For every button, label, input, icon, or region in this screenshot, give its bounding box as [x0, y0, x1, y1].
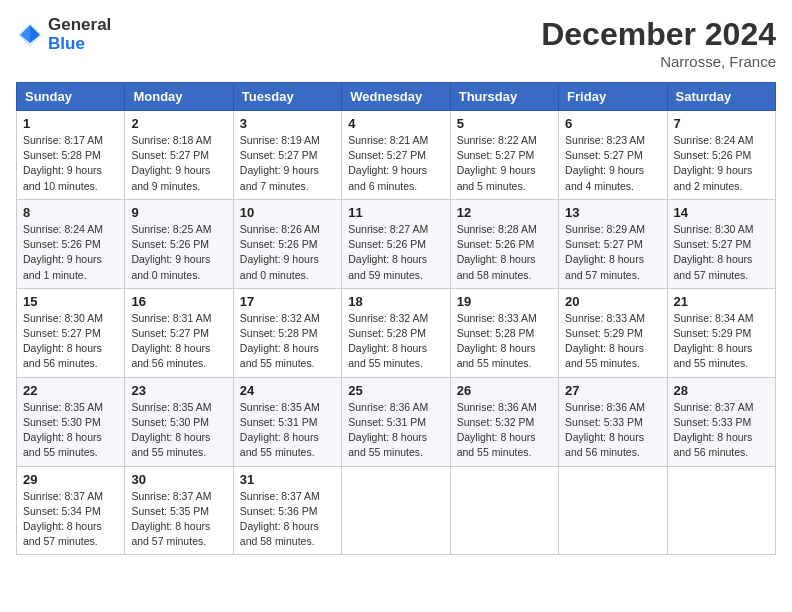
- day-detail: Sunrise: 8:36 AMSunset: 5:33 PMDaylight:…: [565, 401, 645, 459]
- calendar-day-cell: 21 Sunrise: 8:34 AMSunset: 5:29 PMDaylig…: [667, 288, 775, 377]
- calendar-day-cell: 13 Sunrise: 8:29 AMSunset: 5:27 PMDaylig…: [559, 199, 667, 288]
- day-number: 9: [131, 205, 226, 220]
- day-detail: Sunrise: 8:33 AMSunset: 5:29 PMDaylight:…: [565, 312, 645, 370]
- calendar-day-cell: 26 Sunrise: 8:36 AMSunset: 5:32 PMDaylig…: [450, 377, 558, 466]
- day-detail: Sunrise: 8:27 AMSunset: 5:26 PMDaylight:…: [348, 223, 428, 281]
- calendar-day-cell: 25 Sunrise: 8:36 AMSunset: 5:31 PMDaylig…: [342, 377, 450, 466]
- day-number: 29: [23, 472, 118, 487]
- day-detail: Sunrise: 8:36 AMSunset: 5:32 PMDaylight:…: [457, 401, 537, 459]
- day-detail: Sunrise: 8:35 AMSunset: 5:30 PMDaylight:…: [23, 401, 103, 459]
- calendar-day-cell: 16 Sunrise: 8:31 AMSunset: 5:27 PMDaylig…: [125, 288, 233, 377]
- logo-blue: Blue: [48, 35, 111, 54]
- day-detail: Sunrise: 8:21 AMSunset: 5:27 PMDaylight:…: [348, 134, 428, 192]
- day-detail: Sunrise: 8:30 AMSunset: 5:27 PMDaylight:…: [23, 312, 103, 370]
- calendar-day-cell: 5 Sunrise: 8:22 AMSunset: 5:27 PMDayligh…: [450, 111, 558, 200]
- weekday-header: Thursday: [450, 83, 558, 111]
- day-number: 8: [23, 205, 118, 220]
- day-number: 3: [240, 116, 335, 131]
- calendar-day-cell: 31 Sunrise: 8:37 AMSunset: 5:36 PMDaylig…: [233, 466, 341, 555]
- calendar-day-cell: 4 Sunrise: 8:21 AMSunset: 5:27 PMDayligh…: [342, 111, 450, 200]
- calendar-day-cell: 7 Sunrise: 8:24 AMSunset: 5:26 PMDayligh…: [667, 111, 775, 200]
- weekday-header: Sunday: [17, 83, 125, 111]
- weekday-header: Wednesday: [342, 83, 450, 111]
- day-number: 11: [348, 205, 443, 220]
- day-number: 31: [240, 472, 335, 487]
- calendar-day-cell: 12 Sunrise: 8:28 AMSunset: 5:26 PMDaylig…: [450, 199, 558, 288]
- day-number: 20: [565, 294, 660, 309]
- day-detail: Sunrise: 8:33 AMSunset: 5:28 PMDaylight:…: [457, 312, 537, 370]
- calendar-day-cell: 18 Sunrise: 8:32 AMSunset: 5:28 PMDaylig…: [342, 288, 450, 377]
- day-detail: Sunrise: 8:32 AMSunset: 5:28 PMDaylight:…: [240, 312, 320, 370]
- calendar-day-cell: 22 Sunrise: 8:35 AMSunset: 5:30 PMDaylig…: [17, 377, 125, 466]
- day-detail: Sunrise: 8:37 AMSunset: 5:34 PMDaylight:…: [23, 490, 103, 548]
- day-number: 1: [23, 116, 118, 131]
- calendar-week-row: 1 Sunrise: 8:17 AMSunset: 5:28 PMDayligh…: [17, 111, 776, 200]
- day-number: 16: [131, 294, 226, 309]
- month-title: December 2024: [541, 16, 776, 53]
- calendar-day-cell: 28 Sunrise: 8:37 AMSunset: 5:33 PMDaylig…: [667, 377, 775, 466]
- day-number: 22: [23, 383, 118, 398]
- day-number: 30: [131, 472, 226, 487]
- location-title: Narrosse, France: [541, 53, 776, 70]
- calendar-day-cell: 14 Sunrise: 8:30 AMSunset: 5:27 PMDaylig…: [667, 199, 775, 288]
- day-detail: Sunrise: 8:31 AMSunset: 5:27 PMDaylight:…: [131, 312, 211, 370]
- calendar-day-cell: [342, 466, 450, 555]
- day-detail: Sunrise: 8:23 AMSunset: 5:27 PMDaylight:…: [565, 134, 645, 192]
- day-detail: Sunrise: 8:37 AMSunset: 5:36 PMDaylight:…: [240, 490, 320, 548]
- calendar-day-cell: 10 Sunrise: 8:26 AMSunset: 5:26 PMDaylig…: [233, 199, 341, 288]
- day-number: 18: [348, 294, 443, 309]
- calendar-day-cell: 20 Sunrise: 8:33 AMSunset: 5:29 PMDaylig…: [559, 288, 667, 377]
- logo-icon: [16, 21, 44, 49]
- calendar-day-cell: 3 Sunrise: 8:19 AMSunset: 5:27 PMDayligh…: [233, 111, 341, 200]
- day-number: 10: [240, 205, 335, 220]
- calendar-day-cell: 27 Sunrise: 8:36 AMSunset: 5:33 PMDaylig…: [559, 377, 667, 466]
- weekday-header: Tuesday: [233, 83, 341, 111]
- day-number: 14: [674, 205, 769, 220]
- day-number: 5: [457, 116, 552, 131]
- weekday-header: Saturday: [667, 83, 775, 111]
- day-detail: Sunrise: 8:22 AMSunset: 5:27 PMDaylight:…: [457, 134, 537, 192]
- calendar-day-cell: 1 Sunrise: 8:17 AMSunset: 5:28 PMDayligh…: [17, 111, 125, 200]
- day-detail: Sunrise: 8:37 AMSunset: 5:33 PMDaylight:…: [674, 401, 754, 459]
- calendar-day-cell: 11 Sunrise: 8:27 AMSunset: 5:26 PMDaylig…: [342, 199, 450, 288]
- calendar-day-cell: [667, 466, 775, 555]
- day-detail: Sunrise: 8:35 AMSunset: 5:30 PMDaylight:…: [131, 401, 211, 459]
- day-number: 28: [674, 383, 769, 398]
- day-detail: Sunrise: 8:29 AMSunset: 5:27 PMDaylight:…: [565, 223, 645, 281]
- calendar-day-cell: 17 Sunrise: 8:32 AMSunset: 5:28 PMDaylig…: [233, 288, 341, 377]
- calendar-day-cell: 2 Sunrise: 8:18 AMSunset: 5:27 PMDayligh…: [125, 111, 233, 200]
- day-number: 4: [348, 116, 443, 131]
- day-detail: Sunrise: 8:24 AMSunset: 5:26 PMDaylight:…: [23, 223, 103, 281]
- day-detail: Sunrise: 8:32 AMSunset: 5:28 PMDaylight:…: [348, 312, 428, 370]
- day-detail: Sunrise: 8:36 AMSunset: 5:31 PMDaylight:…: [348, 401, 428, 459]
- day-detail: Sunrise: 8:37 AMSunset: 5:35 PMDaylight:…: [131, 490, 211, 548]
- logo: General Blue: [16, 16, 111, 53]
- day-detail: Sunrise: 8:34 AMSunset: 5:29 PMDaylight:…: [674, 312, 754, 370]
- calendar-day-cell: 9 Sunrise: 8:25 AMSunset: 5:26 PMDayligh…: [125, 199, 233, 288]
- calendar-day-cell: 8 Sunrise: 8:24 AMSunset: 5:26 PMDayligh…: [17, 199, 125, 288]
- calendar-week-row: 22 Sunrise: 8:35 AMSunset: 5:30 PMDaylig…: [17, 377, 776, 466]
- calendar-week-row: 29 Sunrise: 8:37 AMSunset: 5:34 PMDaylig…: [17, 466, 776, 555]
- calendar-day-cell: 15 Sunrise: 8:30 AMSunset: 5:27 PMDaylig…: [17, 288, 125, 377]
- calendar-header-row: SundayMondayTuesdayWednesdayThursdayFrid…: [17, 83, 776, 111]
- weekday-header: Monday: [125, 83, 233, 111]
- day-number: 19: [457, 294, 552, 309]
- day-detail: Sunrise: 8:25 AMSunset: 5:26 PMDaylight:…: [131, 223, 211, 281]
- calendar-day-cell: 19 Sunrise: 8:33 AMSunset: 5:28 PMDaylig…: [450, 288, 558, 377]
- calendar-day-cell: 29 Sunrise: 8:37 AMSunset: 5:34 PMDaylig…: [17, 466, 125, 555]
- day-number: 26: [457, 383, 552, 398]
- day-detail: Sunrise: 8:30 AMSunset: 5:27 PMDaylight:…: [674, 223, 754, 281]
- calendar-day-cell: [559, 466, 667, 555]
- day-number: 6: [565, 116, 660, 131]
- day-number: 23: [131, 383, 226, 398]
- day-number: 12: [457, 205, 552, 220]
- page-header: General Blue December 2024 Narrosse, Fra…: [16, 16, 776, 70]
- day-number: 13: [565, 205, 660, 220]
- day-number: 2: [131, 116, 226, 131]
- day-detail: Sunrise: 8:28 AMSunset: 5:26 PMDaylight:…: [457, 223, 537, 281]
- logo-general: General: [48, 16, 111, 35]
- calendar-week-row: 8 Sunrise: 8:24 AMSunset: 5:26 PMDayligh…: [17, 199, 776, 288]
- day-detail: Sunrise: 8:24 AMSunset: 5:26 PMDaylight:…: [674, 134, 754, 192]
- day-detail: Sunrise: 8:35 AMSunset: 5:31 PMDaylight:…: [240, 401, 320, 459]
- day-number: 17: [240, 294, 335, 309]
